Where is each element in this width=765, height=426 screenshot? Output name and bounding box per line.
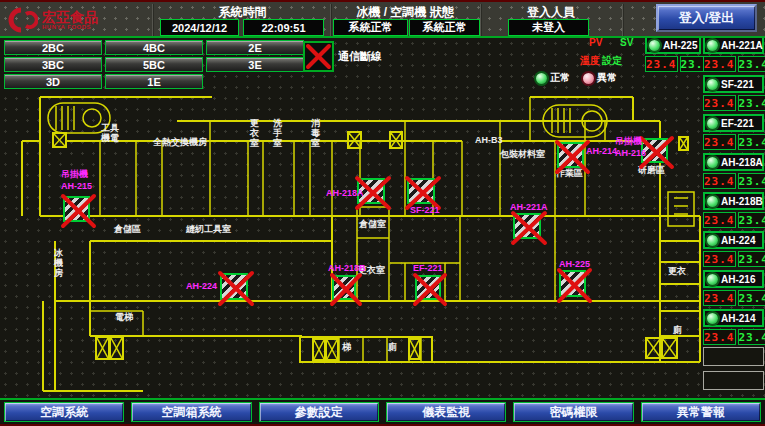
- unit-name: AH-214: [721, 313, 755, 324]
- normal-led-icon: [536, 73, 547, 84]
- room-label: 更衣: [668, 266, 686, 276]
- time-value: 22:09:51: [243, 19, 324, 36]
- shaft-x-icon: [678, 136, 689, 151]
- shaft-x-icon: [347, 131, 362, 149]
- unit-AH-216[interactable]: AH-216: [703, 270, 764, 288]
- ahu-marker-label: 吊掛機: [61, 169, 88, 179]
- legend-normal: 正常: [536, 71, 570, 85]
- pv-value: 23.4: [703, 134, 736, 150]
- room-label: 縫紉工具室: [186, 224, 231, 234]
- ahu-marker-label: AH-221A: [510, 202, 548, 212]
- header-divider: [0, 36, 765, 38]
- nav-button-2[interactable]: 空調箱系統: [131, 402, 251, 422]
- nav-button-1[interactable]: 空調系統: [4, 402, 124, 422]
- room-label: 倉儲區: [114, 224, 141, 234]
- sv-value: 23.4: [738, 329, 765, 345]
- unit-EF-221[interactable]: EF-221: [703, 114, 764, 132]
- shaft-x-icon: [408, 338, 421, 360]
- nav-button-5[interactable]: 密碼權限: [513, 402, 633, 422]
- ahu-marker-AH-225[interactable]: [559, 270, 586, 297]
- red-x-icon: [62, 195, 95, 227]
- status-led-icon: [707, 157, 718, 168]
- unit-AH-216-values: 23.423.4: [703, 290, 764, 306]
- pv-value: 23.4: [703, 56, 736, 72]
- status-led-icon: [707, 313, 718, 324]
- nav-button-6[interactable]: 異常警報: [641, 402, 761, 422]
- room-label: 冰 機 房: [54, 248, 63, 278]
- unit-AH-218B[interactable]: AH-218B: [703, 192, 764, 210]
- unit-AH-225-values: 23.423.4: [645, 56, 701, 72]
- pv-value: 23.4: [703, 290, 736, 306]
- pv-value: 23.4: [703, 95, 736, 111]
- ahu-marker-label: AH-215: [61, 181, 92, 191]
- floor-button-5BC[interactable]: 5BC: [105, 57, 203, 72]
- nav-button-3[interactable]: 參數設定: [259, 402, 379, 422]
- ahu-marker-label: EF-221: [413, 263, 443, 273]
- unit-AH-224[interactable]: AH-224: [703, 231, 764, 249]
- sv-value: 23.4: [738, 134, 765, 150]
- floor-button-3BC[interactable]: 3BC: [4, 57, 102, 72]
- unit-SF-221-values: 23.423.4: [703, 95, 764, 111]
- ahu-marker-AH-215[interactable]: [63, 196, 90, 222]
- room-label: 洗 手 室: [273, 118, 282, 148]
- unit-name: AH-218B: [721, 196, 763, 207]
- unit-AH-218A-values: 23.423.4: [703, 173, 764, 189]
- red-x-icon: [414, 274, 446, 305]
- pv-value: 23.4: [703, 251, 736, 267]
- pv-label: PV: [589, 37, 602, 48]
- sv-value: 23.4: [738, 56, 765, 72]
- empty-unit-slot: [703, 347, 764, 366]
- unit-name: SF-221: [721, 79, 754, 90]
- floor-button-3E[interactable]: 3E: [206, 57, 304, 72]
- sv-value: 23.4: [738, 212, 765, 228]
- ahu-marker-AH-221A[interactable]: [513, 213, 541, 239]
- ahu-marker-AH-214[interactable]: [557, 142, 584, 168]
- floor-button-2BC[interactable]: 2BC: [4, 40, 102, 55]
- floor-button-4BC[interactable]: 4BC: [105, 40, 203, 55]
- pv-value: 23.4: [645, 56, 678, 72]
- comm-fail-label: 通信斷線: [338, 49, 382, 64]
- room-label: 全熱交換機房: [153, 137, 207, 147]
- shaft-x-icon: [95, 336, 110, 360]
- nav-button-4[interactable]: 儀表監視: [386, 402, 506, 422]
- unit-AH-221A[interactable]: AH-221A: [703, 36, 764, 54]
- set-label: 設定: [602, 54, 622, 68]
- login-logout-button[interactable]: 登入/登出: [656, 4, 757, 32]
- pv-value: 23.4: [703, 173, 736, 189]
- shaft-x-icon: [109, 336, 124, 360]
- brand-name-en: HUNYA FOODS: [42, 24, 98, 30]
- red-x-icon: [305, 43, 332, 70]
- ahu-marker-AH-224[interactable]: [220, 273, 248, 300]
- status-led-icon: [707, 40, 718, 51]
- chiller-status-value: 系統正常: [333, 19, 408, 36]
- bottom-nav: 空調系統空調箱系統參數設定儀表監視密碼權限異常警報: [0, 398, 765, 424]
- red-x-icon: [219, 272, 253, 305]
- unit-AH-214-values: 23.423.4: [703, 329, 764, 345]
- ahu-marker-AH-218B[interactable]: [332, 275, 356, 300]
- ahu-marker-label: 吊掛機: [615, 136, 642, 146]
- shaft-x-icon: [325, 338, 339, 361]
- comm-fail-icon: [303, 41, 334, 72]
- room-label: 倉儲室: [359, 219, 386, 229]
- unit-AH-225[interactable]: AH-225: [645, 36, 701, 54]
- ahu-marker-label: AH-218A: [326, 188, 364, 198]
- ahu-marker-SF-221[interactable]: [407, 178, 435, 204]
- room-label: 包裝材料室: [500, 149, 545, 159]
- legend-normal-label: 正常: [550, 71, 570, 85]
- top-red-border: [0, 0, 765, 2]
- floor-button-1E[interactable]: 1E: [105, 74, 203, 89]
- ahu-marker-EF-221[interactable]: [415, 275, 441, 300]
- unit-EF-221-values: 23.423.4: [703, 134, 764, 150]
- unit-SF-221[interactable]: SF-221: [703, 75, 764, 93]
- status-led-icon: [707, 235, 718, 246]
- abnormal-led-icon: [583, 73, 594, 84]
- pv-value: 23.4: [703, 212, 736, 228]
- unit-name: AH-218A: [721, 157, 763, 168]
- floor-button-3D[interactable]: 3D: [4, 74, 102, 89]
- legend-abnormal: 異常: [583, 71, 617, 85]
- status-led-icon: [707, 79, 718, 90]
- unit-AH-218A[interactable]: AH-218A: [703, 153, 764, 171]
- unit-AH-214[interactable]: AH-214: [703, 309, 764, 327]
- floor-button-2E[interactable]: 2E: [206, 40, 304, 55]
- room-label: 廁: [673, 325, 682, 335]
